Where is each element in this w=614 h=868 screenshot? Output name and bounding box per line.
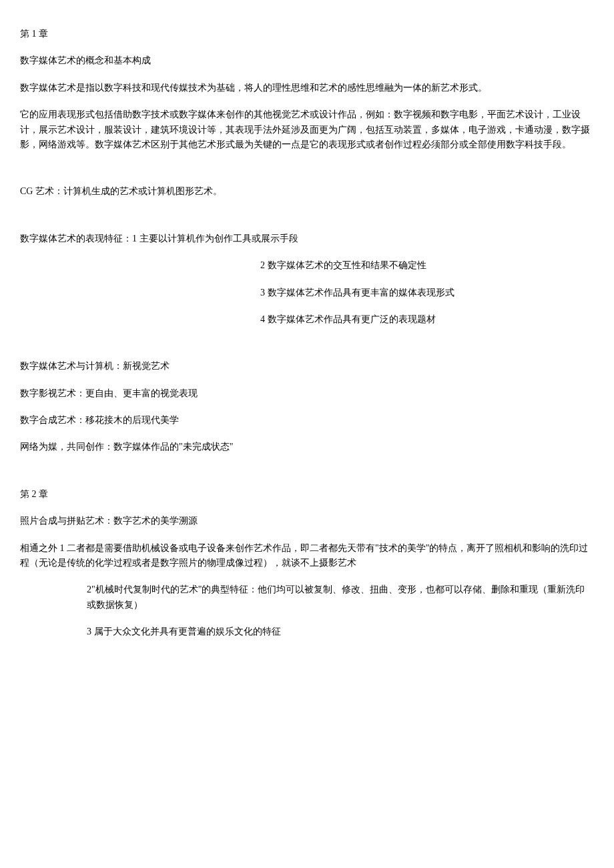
line-new-visual-art: 数字媒体艺术与计算机：新视觉艺术: [20, 359, 594, 374]
chapter-2-point-3: 3 属于大众文化并具有更普遍的娱乐文化的特征: [20, 624, 594, 639]
spacer: [20, 211, 594, 232]
feature-4: 4 数字媒体艺术作品具有更广泛的表现题材: [20, 312, 594, 327]
feature-2: 2 数字媒体艺术的交互性和结果不确定性: [20, 258, 594, 273]
line-digital-film-art: 数字影视艺术：更自由、更丰富的视觉表现: [20, 386, 594, 401]
feature-3: 3 数字媒体艺术作品具有更丰富的媒体表现形式: [20, 286, 594, 300]
features-lead: 数字媒体艺术的表现特征：1 主要以计算机作为创作工具或展示手段: [20, 232, 594, 246]
chapter-1-body: 它的应用表现形式包括借助数字技术或数字媒体来创作的其他视觉艺术或设计作品，例如：…: [20, 107, 594, 152]
spacer: [20, 339, 594, 359]
line-digital-composite-art: 数字合成艺术：移花接木的后现代美学: [20, 413, 594, 428]
chapter-2-heading: 照片合成与拼贴艺术：数字艺术的美学溯源: [20, 514, 594, 528]
chapter-2-point-2: 2"机械时代复制时代的艺术"的典型特征：他们均可以被复制、修改、扭曲、变形，也都…: [20, 582, 594, 612]
spacer: [20, 164, 594, 184]
spacer: [20, 467, 594, 487]
chapter-1-heading: 数字媒体艺术的概念和基本构成: [20, 53, 594, 68]
chapter-1-title: 第 1 章: [20, 27, 594, 41]
cg-art-definition: CG 艺术：计算机生成的艺术或计算机图形艺术。: [20, 184, 594, 199]
chapter-2-title: 第 2 章: [20, 487, 594, 502]
line-network-media: 网络为媒，共同创作：数字媒体作品的"未完成状态": [20, 440, 594, 454]
chapter-2-point-1: 相通之外 1 二者都是需要借助机械设备或电子设备来创作艺术作品，即二者都先天带有…: [20, 541, 594, 571]
chapter-1-intro: 数字媒体艺术是指以数字科技和现代传媒技术为基础，将人的理性思维和艺术的感性思维融…: [20, 81, 594, 95]
